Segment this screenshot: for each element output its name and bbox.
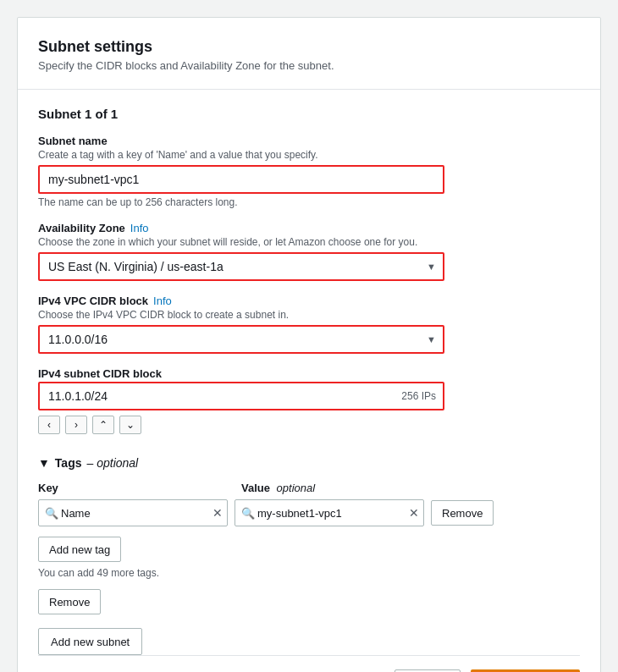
remove-button[interactable]: Remove bbox=[38, 589, 101, 614]
tag-key-input[interactable] bbox=[38, 499, 228, 526]
add-new-subnet-button[interactable]: Add new subnet bbox=[38, 628, 142, 655]
tag-remove-btn[interactable]: Remove bbox=[431, 500, 494, 526]
ipv4-vpc-cidr-select[interactable]: 11.0.0.0/16 bbox=[38, 325, 444, 354]
subnet-name-label: Subnet name bbox=[38, 135, 580, 147]
ipv4-vpc-cidr-hint: Choose the IPv4 VPC CIDR block to create… bbox=[38, 309, 580, 321]
ipv4-vpc-cidr-group: IPv4 VPC CIDR block Info Choose the IPv4… bbox=[38, 295, 580, 354]
subnet-name-group: Subnet name Create a tag with a key of '… bbox=[38, 135, 580, 208]
tags-col-key-header: Key bbox=[38, 482, 241, 494]
tags-label: Tags bbox=[55, 456, 82, 470]
subnet-name-input[interactable] bbox=[38, 165, 444, 194]
subnet-name-hint-above: Create a tag with a key of 'Name' and a … bbox=[38, 149, 580, 161]
cidr-stepper-left-btn[interactable]: ‹ bbox=[38, 416, 60, 434]
section-divider bbox=[18, 89, 600, 90]
cidr-stepper-row: ‹ › ⌃ ⌄ bbox=[38, 416, 580, 434]
cidr-ip-count-badge: 256 IPs bbox=[401, 390, 436, 402]
ipv4-vpc-cidr-select-wrapper: 11.0.0.0/16 ▼ bbox=[38, 325, 444, 354]
availability-zone-group: Availability Zone Info Choose the zone i… bbox=[38, 222, 580, 281]
ipv4-subnet-cidr-label: IPv4 subnet CIDR block bbox=[38, 367, 580, 380]
tag-row: 🔍 ✕ 🔍 ✕ Remove bbox=[38, 499, 580, 526]
add-new-tag-button[interactable]: Add new tag bbox=[38, 537, 121, 562]
ipv4-subnet-cidr-group: IPv4 subnet CIDR block 256 IPs ‹ › ⌃ ⌄ bbox=[38, 367, 580, 434]
ipv4-subnet-cidr-wrapper: 256 IPs bbox=[38, 382, 444, 410]
tags-hint: You can add 49 more tags. bbox=[38, 567, 580, 579]
tag-key-wrapper: 🔍 ✕ bbox=[38, 499, 228, 526]
tag-key-clear-btn[interactable]: ✕ bbox=[212, 507, 223, 519]
availability-zone-info-link[interactable]: Info bbox=[130, 222, 149, 234]
availability-zone-hint: Choose the zone in which your subnet wil… bbox=[38, 236, 580, 248]
tags-section: ▼ Tags – optional Key Value optional 🔍 bbox=[38, 456, 580, 614]
ipv4-vpc-cidr-label: IPv4 VPC CIDR block Info bbox=[38, 295, 580, 307]
page-title: Subnet settings bbox=[38, 38, 580, 56]
availability-zone-select[interactable]: US East (N. Virginia) / us-east-1a No pr… bbox=[38, 252, 444, 281]
cidr-stepper-right-btn[interactable]: › bbox=[65, 416, 87, 434]
tags-arrow-icon: ▼ bbox=[38, 456, 50, 470]
cidr-stepper-up-btn[interactable]: ⌃ bbox=[92, 416, 114, 434]
ipv4-subnet-cidr-input[interactable] bbox=[38, 382, 444, 410]
tag-value-clear-btn[interactable]: ✕ bbox=[409, 507, 419, 519]
page-subtitle: Specify the CIDR blocks and Availability… bbox=[38, 59, 580, 72]
availability-zone-select-wrapper: US East (N. Virginia) / us-east-1a No pr… bbox=[38, 252, 444, 281]
availability-zone-label: Availability Zone Info bbox=[38, 222, 580, 234]
tags-col-value-header: Value optional bbox=[241, 482, 444, 494]
tags-optional-label: – optional bbox=[87, 456, 139, 470]
cidr-stepper-down-btn[interactable]: ⌄ bbox=[119, 416, 141, 434]
ipv4-vpc-cidr-info-link[interactable]: Info bbox=[153, 295, 172, 307]
subnet-section-heading: Subnet 1 of 1 bbox=[38, 107, 580, 121]
tag-value-input[interactable] bbox=[235, 499, 424, 526]
subnet-name-hint-below: The name can be up to 256 characters lon… bbox=[38, 196, 580, 208]
tags-toggle[interactable]: ▼ Tags – optional bbox=[38, 456, 580, 470]
footer: Cancel Create subnet bbox=[38, 655, 580, 672]
tags-header: Key Value optional bbox=[38, 482, 580, 494]
tag-value-wrapper: 🔍 ✕ bbox=[235, 499, 424, 526]
